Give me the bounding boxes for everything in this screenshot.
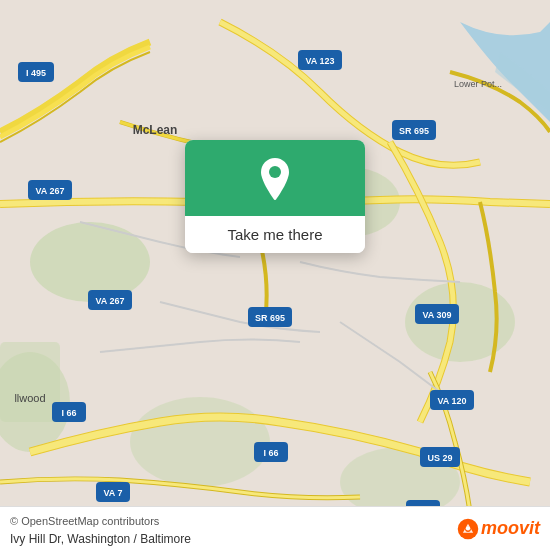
svg-text:I 495: I 495 (26, 68, 46, 78)
svg-text:SR 695: SR 695 (255, 313, 285, 323)
svg-text:I 66: I 66 (263, 448, 278, 458)
svg-point-4 (130, 397, 270, 487)
osm-attribution: © OpenStreetMap contributors (10, 515, 159, 527)
map-svg: I 495 VA 123 SR 695 VA 267 McLean VA 267… (0, 0, 550, 550)
svg-text:Lower Pot...: Lower Pot... (454, 79, 502, 89)
popup-card: Take me there (185, 140, 365, 253)
location-label: Ivy Hill Dr, Washington / Baltimore (10, 532, 191, 546)
map-container: I 495 VA 123 SR 695 VA 267 McLean VA 267… (0, 0, 550, 550)
moovit-icon (457, 518, 479, 540)
popup-top (185, 140, 365, 216)
bottom-bar: © OpenStreetMap contributors Ivy Hill Dr… (0, 506, 550, 550)
moovit-text: moovit (481, 518, 540, 539)
svg-point-37 (269, 166, 281, 178)
take-me-there-button[interactable]: Take me there (185, 216, 365, 253)
svg-text:VA 267: VA 267 (95, 296, 124, 306)
svg-text:I 66: I 66 (61, 408, 76, 418)
svg-text:VA 309: VA 309 (422, 310, 451, 320)
svg-rect-7 (0, 342, 60, 422)
svg-text:McLean: McLean (133, 123, 178, 137)
svg-text:VA 7: VA 7 (103, 488, 122, 498)
moovit-logo: moovit (457, 518, 540, 540)
attribution-text: © OpenStreetMap contributors Ivy Hill Dr… (10, 511, 191, 547)
location-pin-icon (257, 158, 293, 202)
svg-text:VA 120: VA 120 (437, 396, 466, 406)
svg-text:VA 267: VA 267 (35, 186, 64, 196)
svg-text:llwood: llwood (14, 392, 45, 404)
svg-point-40 (466, 526, 470, 530)
svg-text:US 29: US 29 (427, 453, 452, 463)
svg-text:SR 695: SR 695 (399, 126, 429, 136)
svg-text:VA 123: VA 123 (305, 56, 334, 66)
